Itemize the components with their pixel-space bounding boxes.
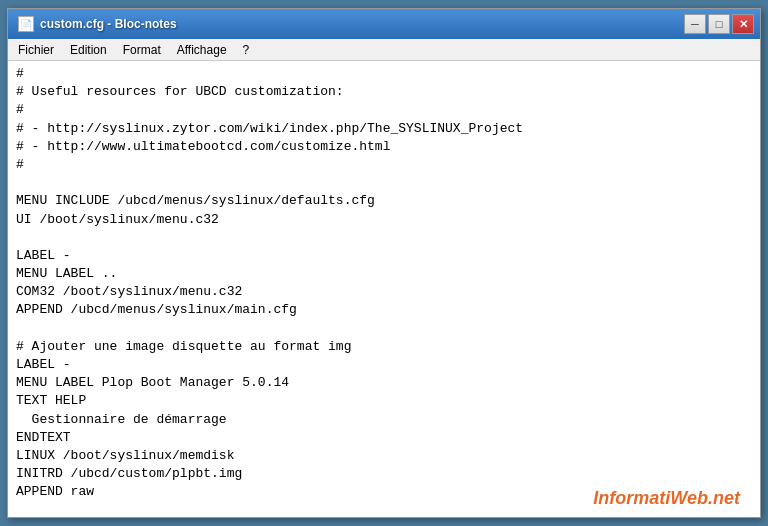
app-icon: 📄 <box>18 16 34 32</box>
menu-format[interactable]: Format <box>115 41 169 59</box>
main-window: 📄 custom.cfg - Bloc-notes ─ □ ✕ Fichier … <box>7 8 761 518</box>
window-controls: ─ □ ✕ <box>684 14 754 34</box>
editor-area: # # Useful resources for UBCD customizat… <box>8 61 760 517</box>
menu-affichage[interactable]: Affichage <box>169 41 235 59</box>
menu-help[interactable]: ? <box>235 41 258 59</box>
menu-bar: Fichier Edition Format Affichage ? <box>8 39 760 61</box>
close-button[interactable]: ✕ <box>732 14 754 34</box>
maximize-button[interactable]: □ <box>708 14 730 34</box>
text-editor[interactable]: # # Useful resources for UBCD customizat… <box>8 61 760 517</box>
menu-edition[interactable]: Edition <box>62 41 115 59</box>
title-bar: 📄 custom.cfg - Bloc-notes ─ □ ✕ <box>8 9 760 39</box>
title-bar-left: 📄 custom.cfg - Bloc-notes <box>18 16 177 32</box>
window-title: custom.cfg - Bloc-notes <box>40 17 177 31</box>
menu-fichier[interactable]: Fichier <box>10 41 62 59</box>
minimize-button[interactable]: ─ <box>684 14 706 34</box>
